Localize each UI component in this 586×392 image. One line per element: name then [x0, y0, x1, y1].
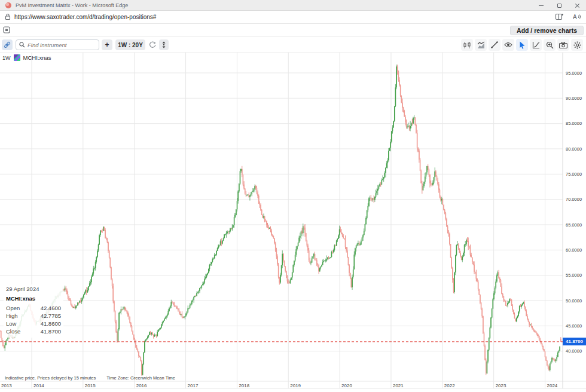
current-price-badge: 41.8700 [563, 338, 586, 345]
legend-instrument[interactable]: MCHI:xnas [23, 54, 51, 61]
chart-footer: Indicative price. Prices delayed by 15 m… [5, 375, 175, 381]
close-icon [575, 3, 580, 8]
svg-text:80.0000: 80.0000 [566, 146, 582, 152]
tooltip-high-row: High42.7785 [6, 312, 61, 320]
svg-text:2021: 2021 [393, 383, 404, 388]
svg-text:65.0000: 65.0000 [566, 222, 582, 228]
candlestick-svg[interactable]: 95.000090.000085.000080.000075.000070.00… [0, 53, 586, 392]
site-favicon [5, 2, 11, 8]
cursor-tool-button[interactable] [516, 39, 528, 51]
url-bar: https://www.saxotrader.com/d/trading/ope… [0, 11, 586, 24]
tooltip-close-row: Close41.8700 [6, 327, 61, 335]
trendline-tool-button[interactable] [489, 39, 500, 51]
add-remove-charts-button[interactable]: Add / remove charts [510, 26, 584, 35]
svg-text:60.0000: 60.0000 [566, 247, 582, 253]
snapshot-camera-button[interactable] [557, 39, 569, 51]
timezone-text: Time Zone: Greenwich Mean Time [106, 375, 175, 381]
minimize-button[interactable] [532, 0, 550, 11]
svg-text:70.0000: 70.0000 [566, 197, 582, 202]
maximize-button[interactable] [550, 0, 568, 11]
scale-adjust-button[interactable] [159, 39, 169, 50]
svg-text:85.0000: 85.0000 [566, 121, 582, 126]
svg-text:2022: 2022 [444, 383, 455, 388]
maximize-icon [557, 4, 561, 8]
visibility-button[interactable] [502, 39, 514, 51]
interval-range-button[interactable]: 1W : 20Y [115, 39, 145, 50]
chart-type-candles-button[interactable] [461, 39, 473, 51]
svg-text:55.0000: 55.0000 [566, 272, 582, 278]
browser-window: PvM Investment Matrix - Work - Microsoft… [0, 0, 586, 392]
svg-text:A: A [573, 14, 577, 20]
svg-text:2016: 2016 [136, 383, 147, 388]
tooltip-open-row: Open42.4600 [6, 304, 61, 312]
svg-text:2024: 2024 [547, 383, 558, 388]
indicators-button[interactable] [475, 39, 487, 51]
svg-text:2020: 2020 [341, 383, 352, 388]
zoom-in-button[interactable] [544, 39, 556, 51]
chart-legend: 1W MCHI:xnas [2, 54, 51, 61]
svg-text:40.0000: 40.0000 [566, 348, 582, 354]
minimize-icon [539, 5, 544, 6]
address-url[interactable]: https://www.saxotrader.com/d/trading/ope… [14, 14, 156, 20]
add-instrument-button[interactable]: + [102, 39, 112, 50]
legend-interval: 1W [2, 55, 11, 61]
tooltip-date: 29 April 2024 [6, 286, 61, 292]
svg-text:75.0000: 75.0000 [566, 172, 582, 177]
search-icon [19, 39, 25, 50]
refresh-button[interactable] [148, 39, 157, 50]
lock-icon[interactable] [5, 12, 11, 23]
platform-window-button[interactable] [2, 26, 11, 34]
close-button[interactable] [568, 0, 586, 11]
title-bar: PvM Investment Matrix - Work - Microsoft… [0, 0, 586, 11]
settings-gear-button[interactable] [571, 39, 583, 51]
svg-text:2018: 2018 [239, 383, 249, 388]
split-screen-icon[interactable] [556, 12, 563, 23]
tooltip-symbol: MCHI:xnas [6, 295, 61, 302]
chart-style-button[interactable] [530, 39, 542, 51]
svg-text:2019: 2019 [290, 383, 301, 388]
tooltip-low-row: Low41.8600 [6, 320, 61, 327]
chart-area[interactable]: 95.000090.000085.000080.000075.000070.00… [0, 53, 586, 392]
read-aloud-icon[interactable]: A [573, 12, 581, 23]
svg-text:2014: 2014 [33, 383, 44, 388]
svg-text:95.0000: 95.0000 [566, 71, 582, 76]
search-input[interactable] [28, 42, 93, 48]
window-title: PvM Investment Matrix - Work - Microsoft… [16, 2, 128, 8]
svg-text:2023: 2023 [496, 383, 506, 388]
instrument-search[interactable] [16, 39, 99, 50]
instrument-logo-icon [14, 54, 20, 61]
svg-text:2013: 2013 [1, 383, 12, 388]
ohlc-tooltip: 29 April 2024 MCHI:xnas Open42.4600 High… [4, 284, 63, 338]
disclaimer-text: Indicative price. Prices delayed by 15 m… [5, 375, 96, 381]
svg-text:2015: 2015 [85, 383, 96, 388]
svg-text:50.0000: 50.0000 [566, 298, 582, 304]
link-charts-button[interactable] [2, 39, 13, 50]
chart-toolbar: + 1W : 20Y [0, 37, 586, 53]
svg-text:45.0000: 45.0000 [566, 323, 582, 329]
svg-text:90.0000: 90.0000 [566, 96, 582, 101]
app-header: Add / remove charts [0, 24, 586, 37]
svg-text:2017: 2017 [188, 383, 199, 388]
